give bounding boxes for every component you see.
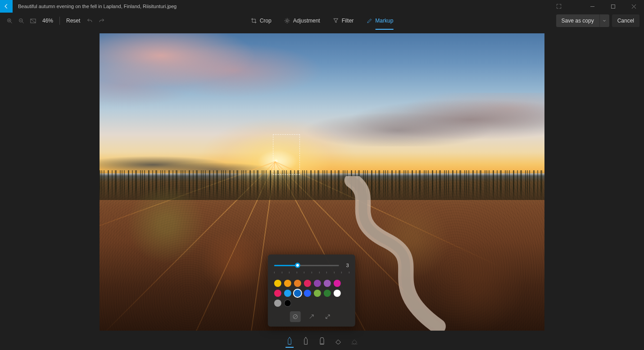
cancel-label: Cancel (617, 18, 634, 24)
tab-filter[interactable]: Filter (333, 13, 354, 29)
redo-icon (98, 18, 105, 24)
fit-button[interactable] (28, 16, 38, 26)
pen-tip-arrow[interactable] (306, 311, 317, 322)
tool-eraser[interactable] (332, 334, 344, 348)
color-swatch[interactable] (284, 280, 291, 287)
reset-button[interactable]: Reset (63, 18, 83, 24)
pen-icon (302, 336, 309, 345)
tool-highlighter[interactable] (316, 334, 328, 348)
tab-markup-label: Markup (375, 18, 393, 24)
color-swatch[interactable] (284, 290, 291, 297)
pen-icon (286, 336, 293, 345)
crop-icon (251, 18, 257, 24)
color-swatch[interactable] (334, 280, 341, 287)
color-swatch[interactable] (314, 290, 321, 297)
close-button[interactable] (623, 0, 644, 13)
slider-ticks (274, 272, 349, 275)
markup-tool-strip (0, 332, 644, 350)
tab-adjustment-label: Adjustment (293, 18, 320, 24)
cancel-button[interactable]: Cancel (612, 14, 639, 27)
arrow-left-icon (3, 3, 9, 9)
close-icon (631, 4, 636, 9)
save-label: Save as copy (562, 18, 594, 24)
arrow-tip-icon (308, 314, 315, 320)
double-arrow-tip-icon (325, 314, 331, 320)
undo-button[interactable] (85, 16, 95, 26)
color-swatch[interactable] (304, 290, 311, 297)
clear-icon (351, 337, 358, 345)
save-as-copy-button[interactable]: Save as copy (556, 14, 609, 27)
svg-rect-0 (611, 5, 615, 8)
tab-crop[interactable]: Crop (251, 13, 272, 29)
zoom-in-button[interactable] (5, 16, 14, 26)
color-swatch[interactable] (274, 300, 281, 307)
window-controls (582, 0, 644, 13)
zoom-in-icon (6, 18, 13, 24)
color-swatch[interactable] (334, 290, 341, 297)
no-tip-icon (292, 314, 299, 320)
zoom-out-icon (18, 18, 25, 24)
tool-pen-2[interactable] (300, 334, 312, 348)
minimize-button[interactable] (582, 0, 603, 13)
title-bar: Beautiful autumn evening on the fell in … (0, 0, 644, 13)
save-dropdown-button[interactable] (599, 14, 609, 27)
divider (59, 17, 60, 25)
minimize-icon (590, 4, 595, 9)
tool-pen-1[interactable] (284, 334, 295, 348)
pen-size-value: 3 (343, 263, 349, 268)
color-swatch[interactable] (304, 280, 311, 287)
undo-icon (86, 18, 93, 24)
chevron-down-icon (602, 18, 607, 23)
color-swatch[interactable] (274, 280, 281, 287)
tab-adjustment[interactable]: Adjustment (284, 13, 320, 29)
maximize-icon (611, 4, 616, 9)
zoom-percent[interactable]: 46% (40, 18, 56, 24)
maximize-button[interactable] (603, 0, 623, 13)
selection-rectangle[interactable] (273, 134, 300, 175)
pen-tip-double-arrow[interactable] (322, 311, 333, 322)
pen-size-slider[interactable] (274, 261, 339, 270)
svg-point-4 (286, 20, 288, 22)
color-swatch[interactable] (324, 280, 331, 287)
editor-toolbar: 46% Reset Crop Adjustment Filter Markup … (0, 13, 644, 29)
color-swatch[interactable] (294, 290, 301, 297)
tab-crop-label: Crop (260, 18, 272, 24)
color-swatch[interactable] (314, 280, 321, 287)
pen-tip-none[interactable] (290, 311, 301, 322)
eraser-icon (335, 337, 342, 345)
filter-icon (333, 18, 339, 24)
fullscreen-icon (556, 3, 562, 9)
highlighter-icon (318, 336, 326, 345)
slider-thumb[interactable] (295, 263, 300, 268)
fullscreen-button[interactable] (554, 1, 564, 11)
color-swatches (274, 280, 349, 307)
zoom-out-button[interactable] (16, 16, 26, 26)
color-swatch[interactable] (294, 280, 301, 287)
tool-clear[interactable] (349, 334, 360, 348)
fit-icon (30, 18, 36, 24)
markup-icon (366, 18, 372, 24)
window-title: Beautiful autumn evening on the fell in … (18, 4, 554, 9)
color-swatch[interactable] (274, 290, 281, 297)
redo-button[interactable] (96, 16, 106, 26)
color-swatch[interactable] (284, 300, 291, 307)
tab-filter-label: Filter (342, 18, 354, 24)
tab-markup[interactable]: Markup (366, 13, 393, 29)
pen-settings-panel: 3 (268, 255, 355, 327)
color-swatch[interactable] (324, 290, 331, 297)
back-button[interactable] (0, 0, 13, 13)
adjustment-icon (284, 18, 290, 24)
